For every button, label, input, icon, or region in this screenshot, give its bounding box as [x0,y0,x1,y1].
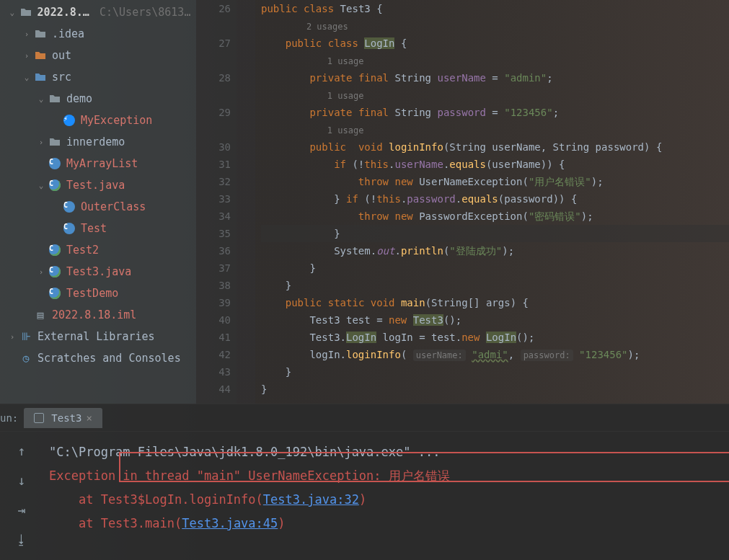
code-line[interactable]: logIn.loginInfo( userName: "admi", passw… [261,346,729,363]
code-line[interactable]: Test3 test = new Test3(); [261,311,729,329]
code-line[interactable]: throw new PasswordException("密码错误"); [261,208,729,225]
line-number[interactable]: 43 [196,363,231,381]
scroll-to-end-icon[interactable]: ⭳ [15,532,28,547]
line-number[interactable]: ▶26 [196,0,231,17]
line-number[interactable]: 37 [196,259,231,277]
tree-item-test2[interactable]: CTest2 [0,239,196,261]
tree-item-test-java[interactable]: ⌄CTest.java [0,174,196,196]
soft-wrap-icon[interactable]: ⇥ [18,502,26,517]
tree-item-test3-java[interactable]: ›CTest3.java [0,261,196,283]
line-number[interactable] [196,17,231,35]
iml-icon: ▤ [33,308,48,322]
line-number[interactable]: 28 [196,69,231,86]
project-name: 2022.8.18 [37,6,95,19]
scratches-consoles[interactable]: ◷ Scratches and Consoles [0,347,196,369]
line-number[interactable]: ▶39 [196,294,231,311]
down-arrow-icon[interactable]: ↓ [18,473,26,488]
tree-item-myexception[interactable]: ⚡MyException [0,110,196,131]
tree-item-testdemo[interactable]: CTestDemo [0,283,196,304]
code-editor[interactable]: ▶26272829303132333435363738▶394041424344… [196,0,729,404]
line-number[interactable]: 31 [196,156,231,173]
usage-hint[interactable]: 1 usage [261,121,729,138]
code-line[interactable]: } if (!this.password.equals(password)) { [261,190,729,208]
code-line[interactable]: private final String userName = "admin"; [261,69,729,86]
chevron-right-icon[interactable]: › [20,30,33,39]
close-icon[interactable]: × [86,412,92,424]
tree-item-test[interactable]: CTest [0,218,196,239]
class-icon: C [48,243,62,257]
line-number[interactable]: 40 [196,311,231,329]
chevron-down-icon[interactable]: ⌄ [20,73,33,82]
code-line[interactable]: } [261,381,729,398]
chevron-right-icon[interactable]: › [35,138,48,147]
chevron-down-icon[interactable]: ⌄ [35,181,48,190]
folder-icon [33,70,48,84]
code-line[interactable]: System.out.println("登陆成功"); [261,242,729,259]
class-icon: C [62,221,76,236]
line-number[interactable]: 35 [196,225,231,242]
chevron-right-icon[interactable]: › [20,51,33,61]
tree-item-outerclass[interactable]: COuterClass [0,196,196,218]
run-tab[interactable]: Test3 × [24,408,102,428]
up-arrow-icon[interactable]: ↑ [18,443,26,458]
tree-item-label: OuterClass [81,200,146,213]
chevron-right-icon[interactable]: › [35,267,48,277]
code-line[interactable]: public class LogIn { [261,35,729,52]
line-number[interactable]: 27 [196,35,231,52]
code-line[interactable]: throw new UserNameException("用户名错误"); [261,173,729,190]
line-number[interactable]: 33 [196,190,231,208]
tree-item-src[interactable]: ⌄src [0,66,196,88]
line-gutter[interactable]: ▶26272829303132333435363738▶394041424344 [196,0,237,404]
line-number[interactable] [196,121,231,138]
tree-item-label: Test3.java [66,265,131,278]
class-icon: C [48,286,62,301]
code-line[interactable]: public void loginInfo(String userName, S… [261,138,729,156]
external-libraries[interactable]: › ⊪ External Libraries [0,326,196,347]
tree-item-label: 2022.8.18.iml [52,308,136,321]
code-line[interactable]: } [261,259,729,277]
code-area[interactable]: public class Test3 { 2 usages public cla… [255,0,729,404]
code-line[interactable]: if (!this.userName.equals(userName)) { [261,156,729,173]
folder-icon [33,48,48,63]
tree-item-myarraylist[interactable]: CMyArrayList [0,153,196,174]
package-icon [48,135,62,149]
code-line[interactable]: public static void main(String[] args) { [261,294,729,311]
error-highlight-box [119,452,729,482]
line-number[interactable]: 41 [196,329,231,346]
tree-item-label: .idea [52,27,84,40]
code-line[interactable]: } [261,277,729,294]
line-number[interactable]: 44 [196,381,231,398]
line-number[interactable]: 29 [196,104,231,121]
line-number[interactable]: 32 [196,173,231,190]
stacktrace-link[interactable]: Test3.java:32 [263,492,359,507]
line-number[interactable] [196,86,231,104]
console-output[interactable]: "C:\Program Files\Java\jdk1.8.0_192\bin\… [43,432,729,560]
tree-item--idea[interactable]: ›.idea [0,23,196,45]
class-icon: C [62,200,76,214]
line-number[interactable]: 42 [196,346,231,363]
stacktrace-link[interactable]: Test3.java:45 [182,516,278,530]
tree-item-label: innerdemo [66,135,125,148]
line-number[interactable]: 38 [196,277,231,294]
code-line[interactable]: Test3.LogIn logIn = test.new LogIn(); [261,329,729,346]
code-line[interactable]: public class Test3 { [261,0,729,17]
tree-item-out[interactable]: ›out [0,45,196,66]
line-number[interactable] [196,52,231,69]
library-icon: ⊪ [19,329,33,344]
tree-item-2022-8-18-iml[interactable]: ▤2022.8.18.iml [0,304,196,326]
fold-markers[interactable] [237,0,255,404]
tree-item-demo[interactable]: ⌄demo [0,88,196,110]
code-line[interactable]: } [261,363,729,381]
project-root[interactable]: ⌄ 2022.8.18 C:\Users\86136\ [0,1,196,23]
line-number[interactable]: 34 [196,208,231,225]
line-number[interactable]: 36 [196,242,231,259]
code-line[interactable]: } [261,225,729,242]
usage-hint[interactable]: 1 usage [261,52,729,69]
usage-hint[interactable]: 2 usages [261,17,729,35]
line-number[interactable]: 30 [196,138,231,156]
chevron-down-icon[interactable]: ⌄ [35,94,48,104]
code-line[interactable]: private final String password = "123456"… [261,104,729,121]
usage-hint[interactable]: 1 usage [261,86,729,104]
project-tree[interactable]: ⌄ 2022.8.18 C:\Users\86136\ ›.idea›out⌄s… [0,0,196,404]
tree-item-innerdemo[interactable]: ›innerdemo [0,131,196,153]
